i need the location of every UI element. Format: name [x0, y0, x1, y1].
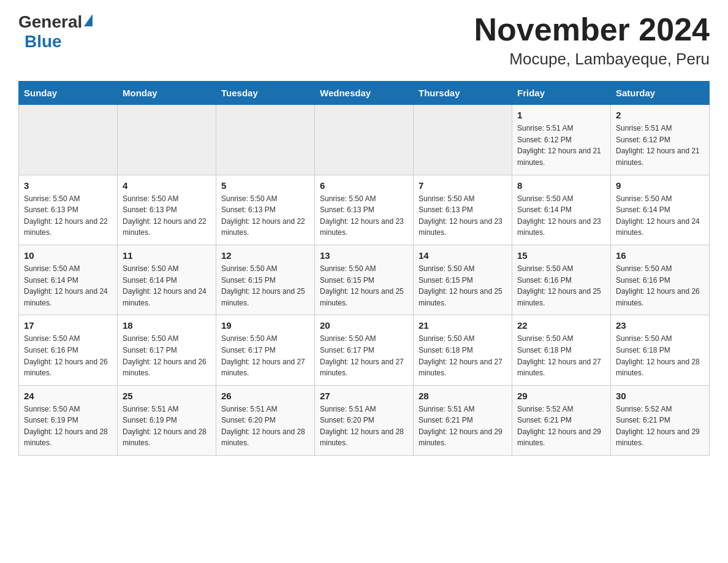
day-info: Sunrise: 5:50 AM Sunset: 6:13 PM Dayligh… [123, 193, 211, 239]
day-number: 22 [517, 320, 605, 331]
day-info: Sunrise: 5:50 AM Sunset: 6:16 PM Dayligh… [517, 263, 605, 308]
day-number: 27 [320, 391, 408, 401]
calendar-cell [216, 105, 315, 175]
calendar-cell: 6Sunrise: 5:50 AM Sunset: 6:13 PM Daylig… [315, 175, 414, 245]
day-info: Sunrise: 5:50 AM Sunset: 6:19 PM Dayligh… [24, 404, 112, 449]
day-number: 1 [517, 110, 605, 120]
day-info: Sunrise: 5:50 AM Sunset: 6:15 PM Dayligh… [221, 263, 309, 308]
day-info: Sunrise: 5:50 AM Sunset: 6:17 PM Dayligh… [221, 333, 309, 378]
calendar-cell [19, 105, 118, 175]
day-info: Sunrise: 5:51 AM Sunset: 6:20 PM Dayligh… [320, 404, 408, 449]
day-info: Sunrise: 5:51 AM Sunset: 6:19 PM Dayligh… [123, 404, 211, 449]
page-subtitle: Mocupe, Lambayeque, Peru [474, 50, 710, 69]
calendar-header-monday: Monday [118, 82, 216, 105]
calendar-cell: 13Sunrise: 5:50 AM Sunset: 6:15 PM Dayli… [315, 245, 414, 315]
calendar-header-wednesday: Wednesday [315, 82, 414, 105]
calendar-table: SundayMondayTuesdayWednesdayThursdayFrid… [18, 81, 710, 456]
day-info: Sunrise: 5:50 AM Sunset: 6:18 PM Dayligh… [616, 333, 704, 378]
calendar-cell: 27Sunrise: 5:51 AM Sunset: 6:20 PM Dayli… [315, 385, 414, 455]
calendar-cell: 10Sunrise: 5:50 AM Sunset: 6:14 PM Dayli… [19, 245, 118, 315]
calendar-header-saturday: Saturday [611, 82, 710, 105]
calendar-cell: 7Sunrise: 5:50 AM Sunset: 6:13 PM Daylig… [414, 175, 512, 245]
day-number: 4 [123, 180, 211, 191]
day-number: 26 [221, 391, 309, 401]
calendar-cell: 4Sunrise: 5:50 AM Sunset: 6:13 PM Daylig… [118, 175, 216, 245]
calendar-cell: 21Sunrise: 5:50 AM Sunset: 6:18 PM Dayli… [414, 315, 512, 385]
logo-triangle-icon [84, 14, 93, 26]
day-info: Sunrise: 5:50 AM Sunset: 6:14 PM Dayligh… [616, 193, 704, 239]
day-number: 18 [123, 320, 211, 331]
day-number: 24 [24, 391, 112, 401]
day-number: 19 [221, 320, 309, 331]
day-number: 16 [616, 250, 704, 261]
day-number: 21 [419, 320, 507, 331]
day-number: 6 [320, 180, 408, 191]
calendar-cell: 19Sunrise: 5:50 AM Sunset: 6:17 PM Dayli… [216, 315, 315, 385]
calendar-header-friday: Friday [512, 82, 611, 105]
day-info: Sunrise: 5:50 AM Sunset: 6:18 PM Dayligh… [517, 333, 605, 378]
day-number: 10 [24, 250, 112, 261]
calendar-cell: 17Sunrise: 5:50 AM Sunset: 6:16 PM Dayli… [19, 315, 118, 385]
day-number: 3 [24, 180, 112, 191]
day-number: 15 [517, 250, 605, 261]
calendar-cell: 5Sunrise: 5:50 AM Sunset: 6:13 PM Daylig… [216, 175, 315, 245]
title-block: November 2024 Mocupe, Lambayeque, Peru [474, 12, 710, 69]
calendar-cell: 11Sunrise: 5:50 AM Sunset: 6:14 PM Dayli… [118, 245, 216, 315]
calendar-cell: 16Sunrise: 5:50 AM Sunset: 6:16 PM Dayli… [611, 245, 710, 315]
calendar-row-2: 3Sunrise: 5:50 AM Sunset: 6:13 PM Daylig… [19, 175, 710, 245]
calendar-cell: 29Sunrise: 5:52 AM Sunset: 6:21 PM Dayli… [512, 385, 611, 455]
calendar-cell: 23Sunrise: 5:50 AM Sunset: 6:18 PM Dayli… [611, 315, 710, 385]
calendar-cell: 2Sunrise: 5:51 AM Sunset: 6:12 PM Daylig… [611, 105, 710, 175]
day-info: Sunrise: 5:50 AM Sunset: 6:13 PM Dayligh… [24, 193, 112, 239]
day-number: 8 [517, 180, 605, 191]
calendar-cell: 28Sunrise: 5:51 AM Sunset: 6:21 PM Dayli… [414, 385, 512, 455]
logo-blue-text: Blue [21, 32, 62, 51]
day-info: Sunrise: 5:50 AM Sunset: 6:14 PM Dayligh… [517, 193, 605, 239]
calendar-cell: 20Sunrise: 5:50 AM Sunset: 6:17 PM Dayli… [315, 315, 414, 385]
day-info: Sunrise: 5:50 AM Sunset: 6:13 PM Dayligh… [221, 193, 309, 239]
day-number: 17 [24, 320, 112, 331]
day-info: Sunrise: 5:50 AM Sunset: 6:16 PM Dayligh… [616, 263, 704, 308]
day-number: 12 [221, 250, 309, 261]
page-header: General Blue November 2024 Mocupe, Lamba… [18, 12, 710, 69]
calendar-row-5: 24Sunrise: 5:50 AM Sunset: 6:19 PM Dayli… [19, 385, 710, 455]
day-info: Sunrise: 5:51 AM Sunset: 6:12 PM Dayligh… [517, 123, 605, 168]
day-number: 13 [320, 250, 408, 261]
calendar-header-tuesday: Tuesday [216, 82, 315, 105]
day-info: Sunrise: 5:50 AM Sunset: 6:13 PM Dayligh… [419, 193, 507, 239]
day-info: Sunrise: 5:50 AM Sunset: 6:17 PM Dayligh… [123, 333, 211, 378]
day-info: Sunrise: 5:50 AM Sunset: 6:14 PM Dayligh… [123, 263, 211, 308]
calendar-header-thursday: Thursday [414, 82, 512, 105]
day-number: 29 [517, 391, 605, 401]
calendar-cell: 24Sunrise: 5:50 AM Sunset: 6:19 PM Dayli… [19, 385, 118, 455]
day-number: 23 [616, 320, 704, 331]
calendar-cell: 30Sunrise: 5:52 AM Sunset: 6:21 PM Dayli… [611, 385, 710, 455]
day-info: Sunrise: 5:50 AM Sunset: 6:16 PM Dayligh… [24, 333, 112, 378]
calendar-cell: 22Sunrise: 5:50 AM Sunset: 6:18 PM Dayli… [512, 315, 611, 385]
logo: General Blue [18, 12, 93, 52]
day-number: 5 [221, 180, 309, 191]
day-info: Sunrise: 5:51 AM Sunset: 6:21 PM Dayligh… [419, 404, 507, 449]
day-number: 28 [419, 391, 507, 401]
day-number: 9 [616, 180, 704, 191]
day-number: 11 [123, 250, 211, 261]
calendar-cell [414, 105, 512, 175]
day-info: Sunrise: 5:50 AM Sunset: 6:18 PM Dayligh… [419, 333, 507, 378]
calendar-cell: 8Sunrise: 5:50 AM Sunset: 6:14 PM Daylig… [512, 175, 611, 245]
day-number: 7 [419, 180, 507, 191]
day-number: 30 [616, 391, 704, 401]
calendar-cell: 14Sunrise: 5:50 AM Sunset: 6:15 PM Dayli… [414, 245, 512, 315]
calendar-cell: 18Sunrise: 5:50 AM Sunset: 6:17 PM Dayli… [118, 315, 216, 385]
calendar-row-3: 10Sunrise: 5:50 AM Sunset: 6:14 PM Dayli… [19, 245, 710, 315]
calendar-cell: 9Sunrise: 5:50 AM Sunset: 6:14 PM Daylig… [611, 175, 710, 245]
page-title: November 2024 [474, 12, 710, 47]
calendar-row-4: 17Sunrise: 5:50 AM Sunset: 6:16 PM Dayli… [19, 315, 710, 385]
calendar-cell: 3Sunrise: 5:50 AM Sunset: 6:13 PM Daylig… [19, 175, 118, 245]
calendar-cell: 12Sunrise: 5:50 AM Sunset: 6:15 PM Dayli… [216, 245, 315, 315]
calendar-header-row: SundayMondayTuesdayWednesdayThursdayFrid… [19, 82, 710, 105]
day-number: 20 [320, 320, 408, 331]
day-number: 2 [616, 110, 704, 120]
calendar-cell: 15Sunrise: 5:50 AM Sunset: 6:16 PM Dayli… [512, 245, 611, 315]
day-info: Sunrise: 5:50 AM Sunset: 6:13 PM Dayligh… [320, 193, 408, 239]
day-info: Sunrise: 5:50 AM Sunset: 6:17 PM Dayligh… [320, 333, 408, 378]
